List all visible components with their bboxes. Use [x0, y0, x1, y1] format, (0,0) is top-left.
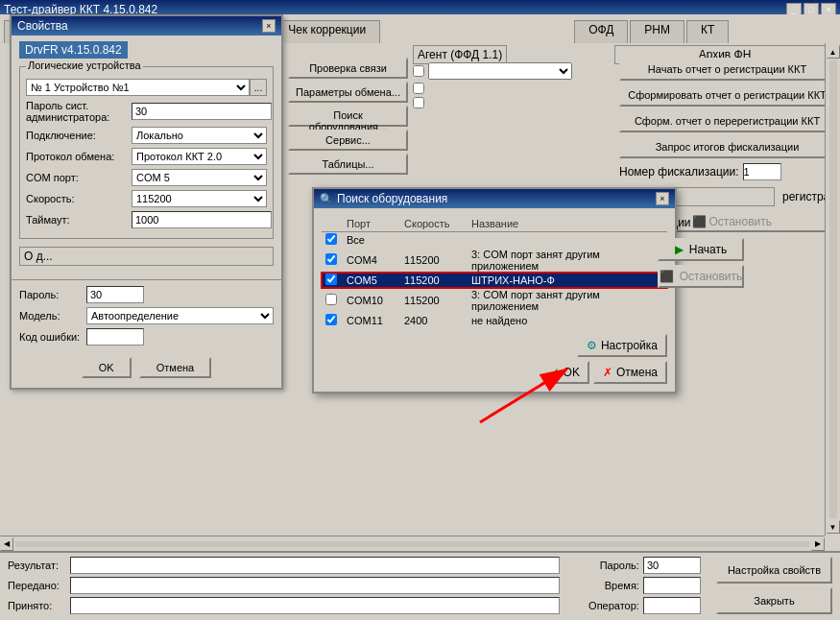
agent-panel-title: Агент (ФФД 1.1): [413, 45, 507, 64]
table-row[interactable]: COM10 115200 3: COM порт занят другим пр…: [322, 288, 667, 313]
logical-devices-group: Логические устройства № 1 Устройство №1 …: [19, 66, 274, 239]
connection-dropdown[interactable]: Локально: [132, 127, 267, 144]
col-check: [322, 216, 343, 232]
error-code-label: Код ошибки:: [19, 331, 86, 343]
password-right-input[interactable]: [643, 557, 701, 574]
dialog-bottom: Пароль: Модель: Автоопределение Код ошиб…: [12, 279, 281, 388]
table-row[interactable]: COM4 115200 3: COM порт занят другим при…: [322, 248, 667, 273]
error-code-input[interactable]: [86, 328, 144, 346]
row-checkbox-com11[interactable]: [325, 314, 337, 325]
tab-archive-ofd[interactable]: ОФД: [574, 20, 628, 43]
search-action-buttons: ⚙ Настройка: [322, 334, 667, 357]
row-checkbox-com5[interactable]: [325, 274, 337, 285]
exchange-params-button[interactable]: Параметры обмена...: [288, 82, 408, 103]
search-equipment-dialog: 🔍 Поиск оборудования × Порт Скорость Наз…: [312, 187, 677, 393]
device-more-button[interactable]: ...: [250, 79, 267, 96]
received-input[interactable]: [70, 597, 560, 614]
dialog-buttons: OK Отмена: [19, 353, 274, 382]
right-buttons-panel: Проверка связи Параметры обмена... Поиск…: [288, 58, 408, 175]
operator-label: Оператор:: [587, 600, 639, 611]
sent-label: Передано:: [8, 580, 70, 591]
com-port-label: COM порт:: [26, 172, 132, 183]
properties-dialog-title: Свойства ×: [12, 16, 281, 36]
close-button[interactable]: Закрыть: [716, 587, 832, 614]
agent-area: [413, 62, 605, 108]
search-cancel-button[interactable]: ✗ Отмена: [593, 361, 667, 384]
search-dialog-close[interactable]: ×: [656, 192, 669, 205]
tables-button[interactable]: Таблицы...: [288, 154, 408, 175]
fiscalization-number-input[interactable]: [743, 163, 781, 180]
tab-archive-rnm[interactable]: РНМ: [630, 20, 684, 43]
search-start-button[interactable]: ▶ Начать: [658, 238, 744, 261]
search-ok-button[interactable]: ✓ OK: [540, 361, 589, 384]
tab-archive-kt[interactable]: КТ: [686, 20, 729, 43]
check-connection-button[interactable]: Проверка связи: [288, 58, 408, 79]
table-row[interactable]: COM11 2400 не найдено: [322, 313, 667, 328]
vertical-scrollbar[interactable]: ▲ ▼: [825, 43, 840, 536]
horizontal-scrollbar[interactable]: ◀ ▶: [0, 536, 825, 551]
col-port: Порт: [343, 216, 400, 232]
tab-correction-receipt[interactable]: Чек коррекции: [274, 20, 380, 43]
model-dropdown[interactable]: Автоопределение: [86, 307, 274, 324]
cancel-button[interactable]: Отмена: [139, 357, 211, 378]
big-buttons-area: Начать отчет о регистрации ККТ Сформиров…: [619, 58, 835, 180]
scroll-track: [15, 541, 809, 547]
search-ok-cancel-buttons: ✓ OK ✗ Отмена: [322, 361, 667, 384]
model-label: Модель:: [19, 310, 86, 322]
operator-input[interactable]: [643, 597, 701, 614]
scroll-right-button[interactable]: ▶: [811, 537, 825, 551]
col-speed: Скорость: [400, 216, 468, 232]
time-label: Время:: [587, 580, 639, 591]
speed-label: Скорость:: [26, 193, 132, 204]
device-dropdown[interactable]: № 1 Устройство №1: [26, 79, 250, 96]
scroll-down-button[interactable]: ▼: [827, 520, 840, 534]
status-left-panel: Результат: Передано: Принято:: [8, 557, 560, 616]
row-checkbox-all[interactable]: [325, 233, 337, 245]
agent-checkbox-1[interactable]: [413, 65, 424, 77]
form-reregistration-report-button[interactable]: Сформ. отчет о перерегистрации ККТ: [619, 109, 835, 132]
properties-dialog-close[interactable]: ×: [262, 19, 276, 33]
status-bar: Результат: Передано: Принято: Пароль: Вр…: [0, 551, 840, 620]
scroll-up-button[interactable]: ▲: [827, 45, 840, 59]
status-buttons-panel: Настройка свойств Закрыть: [716, 557, 832, 616]
search-start-stop-buttons: ▶ Начать ⬛ Остановить: [658, 238, 744, 288]
connection-label: Подключение:: [26, 130, 132, 141]
agent-dropdown-1[interactable]: [428, 62, 572, 80]
start-registration-report-button[interactable]: Начать отчет о регистрации ККТ: [619, 58, 835, 81]
find-equipment-button[interactable]: Поиск оборудования...: [288, 106, 408, 127]
agent-checkbox-3[interactable]: [413, 97, 424, 108]
result-input[interactable]: [70, 557, 560, 574]
scroll-vertical-track: [829, 60, 837, 518]
search-stop-button[interactable]: ⬛ Остановить: [658, 265, 744, 288]
status-right-panel: Пароль: Время: Оператор:: [587, 557, 701, 616]
com-port-dropdown[interactable]: COM 5: [132, 169, 267, 186]
service-button[interactable]: Сервис...: [288, 130, 408, 151]
row-checkbox-com4[interactable]: [325, 253, 337, 265]
ok-button[interactable]: OK: [82, 357, 132, 378]
timeout-input[interactable]: [132, 211, 272, 228]
admin-password-label: Пароль сист. администратора:: [26, 100, 132, 123]
fiscalization-totals-button[interactable]: Запрос итогов фискализации: [619, 135, 835, 158]
search-dialog-title: 🔍 Поиск оборудования ×: [314, 189, 675, 208]
admin-password-input[interactable]: [132, 103, 272, 120]
protocol-label: Протокол обмена:: [26, 151, 132, 162]
sent-input[interactable]: [70, 577, 560, 594]
col-name: Название: [468, 216, 667, 232]
table-row-selected[interactable]: COM5 115200 ШТРИХ-НАНО-Ф: [322, 273, 667, 288]
scroll-left-button[interactable]: ◀: [0, 537, 13, 551]
password-input[interactable]: [86, 286, 144, 303]
logical-devices-label: Логические устройства: [26, 60, 143, 71]
table-row[interactable]: Все: [322, 232, 667, 249]
timeout-label: Таймаут:: [26, 214, 132, 226]
search-settings-button[interactable]: ⚙ Настройка: [577, 334, 667, 357]
speed-dropdown[interactable]: 115200: [132, 190, 267, 207]
row-checkbox-com10[interactable]: [325, 294, 337, 305]
search-table: Порт Скорость Название Все COM4: [322, 216, 667, 328]
password-label: Пароль:: [19, 289, 86, 300]
form-registration-report-button[interactable]: Сформировать отчет о регистрации ККТ: [619, 83, 835, 107]
agent-checkbox-2[interactable]: [413, 83, 424, 94]
settings-properties-button[interactable]: Настройка свойств: [716, 557, 832, 584]
result-label: Результат:: [8, 560, 70, 571]
protocol-dropdown[interactable]: Протокол ККТ 2.0: [132, 148, 267, 165]
time-input[interactable]: [643, 577, 701, 594]
